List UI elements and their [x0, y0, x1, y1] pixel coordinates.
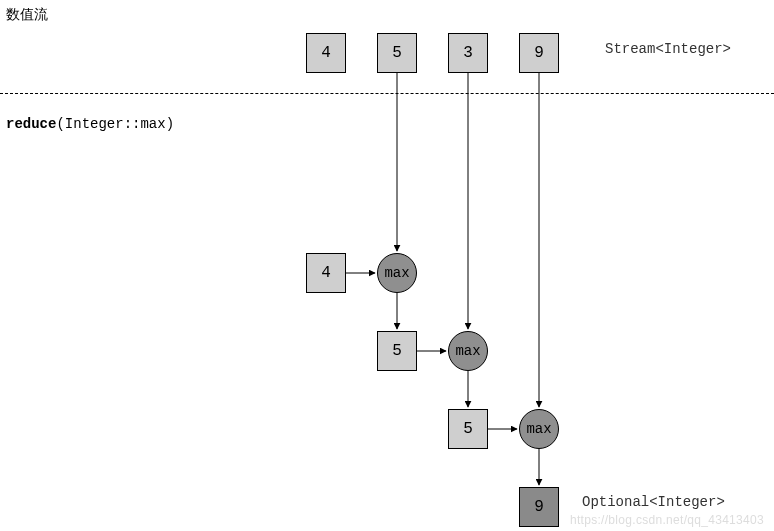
section-divider — [0, 93, 774, 94]
op-node-0: max — [377, 253, 417, 293]
result-box: 9 — [519, 487, 559, 527]
diagram-title: 数值流 — [6, 6, 48, 24]
stream-value-2: 3 — [448, 33, 488, 73]
acc-in-1: 5 — [377, 331, 417, 371]
method-label: reduce(Integer::max) — [6, 116, 174, 132]
op-node-1: max — [448, 331, 488, 371]
stream-value-3: 9 — [519, 33, 559, 73]
stream-type-label: Stream<Integer> — [605, 41, 731, 57]
stream-value-0: 4 — [306, 33, 346, 73]
output-type-label: Optional<Integer> — [582, 494, 725, 510]
acc-in-0: 4 — [306, 253, 346, 293]
watermark: https://blog.csdn.net/qq_43413403 — [570, 513, 764, 527]
diagram-canvas: 数值流 4 5 3 9 Stream<Integer> reduce(Integ… — [0, 0, 774, 531]
method-arg: (Integer::max) — [56, 116, 174, 132]
method-name: reduce — [6, 116, 56, 132]
op-node-2: max — [519, 409, 559, 449]
stream-value-1: 5 — [377, 33, 417, 73]
acc-in-2: 5 — [448, 409, 488, 449]
